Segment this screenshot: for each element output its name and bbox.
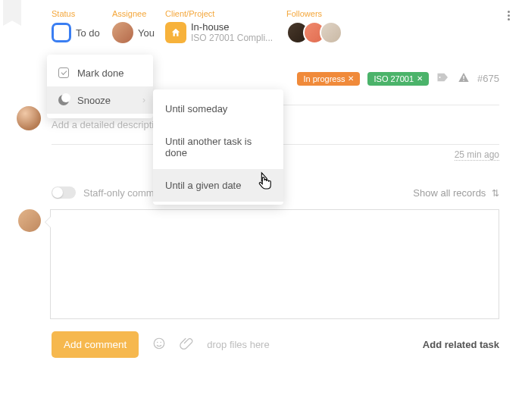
- task-id: #675: [477, 73, 499, 84]
- moon-icon: [58, 95, 69, 105]
- svg-point-3: [155, 338, 165, 349]
- svg-point-5: [161, 342, 162, 343]
- followers-header-label: Followers: [286, 9, 499, 18]
- menu-item-snooze[interactable]: Snooze ›: [47, 86, 153, 114]
- follower-avatar[interactable]: [320, 21, 342, 44]
- tag-label: ISO 27001: [374, 74, 414, 83]
- tag-in-progress[interactable]: In progress ✕: [297, 72, 360, 86]
- svg-point-4: [157, 342, 158, 343]
- timestamp: 25 min ago: [455, 149, 499, 161]
- project-title: In-house: [191, 22, 273, 33]
- assignee-cell[interactable]: You: [112, 22, 165, 43]
- tag-add-icon[interactable]: [436, 72, 450, 86]
- add-comment-button[interactable]: Add comment: [52, 331, 139, 358]
- comment-author-avatar: [18, 209, 41, 232]
- menu-label: Snooze: [77, 95, 111, 106]
- tag-iso[interactable]: ISO 27001 ✕: [367, 72, 429, 86]
- status-checkbox[interactable]: [52, 23, 71, 42]
- drop-files-label: drop files here: [207, 339, 269, 350]
- check-icon: [58, 67, 69, 78]
- svg-rect-2: [463, 80, 464, 80]
- status-cell[interactable]: To do: [52, 23, 112, 42]
- snooze-item-someday[interactable]: Until someday: [153, 92, 283, 125]
- snooze-submenu: Until someday Until another task is done…: [153, 89, 283, 205]
- followers-list[interactable]: [286, 21, 499, 44]
- home-icon: [165, 22, 186, 43]
- project-subtitle: ISO 27001 Compli...: [191, 33, 273, 44]
- svg-point-0: [439, 76, 441, 77]
- add-related-task-button[interactable]: Add related task: [423, 339, 499, 350]
- chevron-right-icon: ›: [142, 95, 145, 105]
- close-icon[interactable]: ✕: [348, 74, 354, 83]
- project-header-label: Client/Project: [165, 9, 286, 18]
- tag-label: In progress: [303, 74, 345, 83]
- menu-label: Until another task is done: [165, 136, 271, 158]
- emoji-icon[interactable]: [152, 337, 166, 353]
- show-all-records-button[interactable]: Show all records: [413, 187, 486, 199]
- status-header-label: Status: [52, 9, 112, 18]
- attachment-icon[interactable]: [180, 337, 193, 353]
- sort-icon[interactable]: ⇅: [492, 188, 499, 199]
- menu-label: Mark done: [77, 67, 123, 79]
- menu-label: Until someday: [165, 103, 227, 114]
- menu-label: Until a given date: [165, 180, 241, 191]
- snooze-item-another-task[interactable]: Until another task is done: [153, 125, 283, 169]
- warning-icon[interactable]: [458, 71, 470, 86]
- assignee-avatar: [112, 22, 133, 43]
- close-icon[interactable]: ✕: [417, 74, 423, 83]
- comment-input[interactable]: [50, 209, 499, 319]
- menu-item-mark-done[interactable]: Mark done: [47, 59, 153, 86]
- staff-only-toggle[interactable]: [52, 186, 76, 199]
- status-context-menu: Mark done Snooze ›: [47, 55, 153, 118]
- svg-rect-1: [463, 76, 464, 79]
- assignee-header-label: Assignee: [112, 9, 165, 18]
- assignee-value: You: [138, 27, 155, 39]
- status-value: To do: [76, 27, 100, 39]
- project-cell[interactable]: In-house ISO 27001 Compli...: [165, 22, 286, 44]
- snooze-item-given-date[interactable]: Until a given date: [153, 169, 283, 202]
